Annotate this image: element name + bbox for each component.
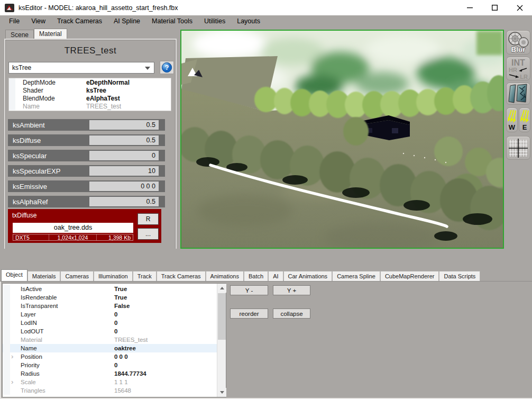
object-property-row[interactable]: › Name oaktree (3, 344, 217, 352)
wind-east-button[interactable]: E (519, 107, 530, 132)
bottom-tab[interactable]: Animations (206, 271, 244, 281)
bottom-tab[interactable]: Illumination (94, 271, 133, 281)
property-value: 0 (114, 362, 117, 368)
bottom-tab[interactable]: Camera Spline (332, 271, 380, 281)
property-label: Priority (21, 362, 40, 368)
texture-browse-button[interactable]: ... (137, 228, 159, 240)
property-value: ksTree (86, 87, 106, 94)
menu-item[interactable]: Track Cameras (51, 16, 108, 26)
bottom-tab[interactable]: Materials (27, 271, 61, 281)
y-minus-button[interactable]: Y - (230, 285, 268, 295)
bottom-tab[interactable]: CubeMapRenderer (380, 271, 439, 281)
property-label: Shader (23, 87, 43, 94)
object-property-row[interactable]: › IsTransparent False (3, 302, 217, 310)
material-property-row[interactable]: DepthMode eDepthNormal (9, 78, 171, 86)
texture-slot-label: txDiffuse (12, 212, 36, 219)
int-hr-lr-tool-button[interactable]: INT HR LR (506, 57, 530, 80)
property-value: TREES_test (114, 337, 148, 343)
object-property-row[interactable]: › Radius 1844.77734 (3, 369, 217, 378)
close-button[interactable] (507, 0, 532, 15)
menu-item[interactable]: Utilities (198, 16, 231, 26)
maximize-button[interactable] (482, 0, 507, 15)
expander-icon[interactable]: › (11, 378, 17, 386)
menu-item[interactable]: AI Spline (108, 16, 146, 26)
object-property-row[interactable]: › IsRenderable True (3, 293, 217, 302)
viewport-scene (181, 31, 503, 248)
bottom-tab[interactable]: Track Cameras (157, 271, 206, 281)
property-label: LodIN (21, 320, 37, 326)
param-value-field[interactable]: 10 (89, 166, 159, 176)
property-label: Position (21, 353, 42, 360)
object-property-row[interactable]: › Layer 0 (3, 310, 217, 319)
tyre-texture-tool-button[interactable] (506, 83, 530, 105)
property-value: True (114, 286, 127, 292)
bottom-tab[interactable]: Batch (244, 271, 268, 281)
property-value: 0 (114, 311, 117, 318)
title-bar: ksEditor - MODEL: akaroa_hill_assetto_st… (0, 0, 532, 15)
bottom-tab[interactable]: Object (1, 269, 27, 281)
object-property-row[interactable]: › LodIN 0 (3, 319, 217, 327)
property-value: eAlphaTest (86, 95, 120, 102)
param-value-field[interactable]: 0.5 (89, 120, 159, 130)
svg-text:E: E (522, 123, 527, 131)
property-value: 0 (114, 328, 117, 334)
collapse-button[interactable]: collapse (273, 309, 310, 319)
shader-param-row: ksAmbient 0.5 (8, 119, 165, 131)
menu-item[interactable]: Material Tools (146, 16, 198, 26)
reorder-button[interactable]: reorder (230, 309, 268, 319)
bottom-tab[interactable]: AI (268, 271, 283, 281)
param-value-field[interactable]: 0.5 (89, 135, 159, 145)
material-property-row[interactable]: Name TREES_test (9, 102, 171, 110)
grid-tool-button[interactable] (506, 136, 530, 160)
material-property-row[interactable]: BlendMode eAlphaTest (9, 94, 171, 102)
expander-icon[interactable]: › (11, 352, 17, 360)
object-property-row[interactable]: › LodOUT 0 (3, 327, 217, 335)
bottom-tab[interactable]: Track (133, 271, 157, 281)
menu-item[interactable]: Layouts (231, 16, 266, 26)
scroll-down-button[interactable] (217, 388, 226, 397)
bottom-tab[interactable]: Cameras (60, 271, 94, 281)
object-property-row[interactable]: › Scale 1 1 1 (3, 378, 217, 386)
close-icon (517, 5, 523, 11)
property-value: 0 (114, 320, 117, 326)
param-value-field[interactable]: 0 0 0 (89, 182, 159, 191)
shader-param-row: ksEmissive 0 0 0 (8, 180, 165, 192)
shader-dropdown-value: ksTree (12, 64, 31, 71)
help-button[interactable]: ? (160, 61, 174, 74)
param-value-field[interactable]: 0.5 (89, 197, 159, 206)
viewport-3d[interactable] (180, 30, 504, 249)
shader-dropdown[interactable]: ksTree (8, 62, 154, 74)
texture-reload-button[interactable]: R (137, 213, 159, 225)
scroll-up-button[interactable] (217, 284, 226, 293)
y-plus-button[interactable]: Y + (273, 285, 310, 295)
texture-file-field[interactable]: oak_tree.dds (13, 223, 133, 233)
object-property-row[interactable]: › Priority 0 (3, 361, 217, 369)
wind-west-button[interactable]: W (506, 107, 518, 132)
blur-tool-button[interactable]: Blur (506, 30, 530, 55)
bottom-tab[interactable]: Data Scripts (439, 271, 480, 281)
object-panel: › IsActive True › IsRenderable True › Is… (0, 281, 532, 399)
left-panel-tab[interactable]: Scene (5, 30, 34, 39)
property-value: 1844.77734 (114, 370, 146, 377)
param-label: ksAlphaRef (13, 198, 48, 206)
minimize-button[interactable] (457, 0, 482, 15)
menu-item[interactable]: View (25, 16, 51, 26)
property-label: BlendMode (23, 95, 55, 102)
menu-item[interactable]: File (3, 16, 25, 26)
object-property-row[interactable]: › IsActive True (3, 285, 217, 293)
vertical-scrollbar[interactable] (217, 284, 226, 397)
minimize-icon (467, 5, 473, 11)
object-property-row[interactable]: › Triangles 15648 (3, 386, 217, 395)
left-panel-tab[interactable]: Material (34, 29, 67, 39)
bottom-tab[interactable]: Car Animations (283, 271, 333, 281)
property-label: DepthMode (23, 79, 56, 86)
material-property-row[interactable]: Shader ksTree (9, 86, 171, 94)
param-value-field[interactable]: 0 (89, 151, 159, 160)
object-property-row[interactable]: › Material TREES_test (3, 335, 217, 344)
texture-info-row: DXT5 1,024x1,024 1,398 Kb (13, 234, 133, 241)
help-icon: ? (161, 62, 172, 73)
object-property-row[interactable]: › Position 0 0 0 (3, 352, 217, 361)
scrollbar-thumb[interactable] (218, 293, 226, 340)
param-label: ksSpecular (13, 152, 47, 160)
texture-dimensions: 1,024x1,024 (49, 234, 97, 240)
